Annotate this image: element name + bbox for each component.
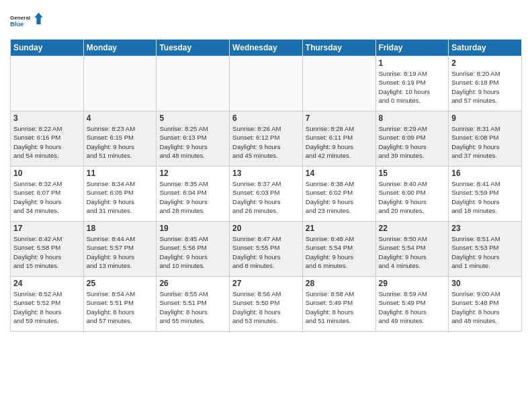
- calendar-cell: 9Sunrise: 8:31 AM Sunset: 6:08 PM Daylig…: [449, 111, 522, 167]
- day-number: 2: [451, 58, 519, 68]
- day-info: Sunrise: 8:28 AM Sunset: 6:11 PM Dayligh…: [306, 124, 373, 160]
- weekday-header: Sunday: [11, 40, 84, 56]
- day-info: Sunrise: 8:48 AM Sunset: 5:54 PM Dayligh…: [306, 234, 373, 270]
- day-info: Sunrise: 8:35 AM Sunset: 6:04 PM Dayligh…: [159, 179, 226, 215]
- day-info: Sunrise: 8:45 AM Sunset: 5:56 PM Dayligh…: [159, 234, 226, 270]
- logo: General Blue: [10, 7, 44, 34]
- day-info: Sunrise: 8:29 AM Sunset: 6:09 PM Dayligh…: [379, 124, 446, 160]
- calendar-cell: 12Sunrise: 8:35 AM Sunset: 6:04 PM Dayli…: [157, 167, 230, 222]
- day-number: 6: [232, 113, 300, 123]
- weekday-header: Friday: [375, 40, 449, 56]
- day-info: Sunrise: 8:26 AM Sunset: 6:12 PM Dayligh…: [232, 124, 300, 160]
- day-info: Sunrise: 8:55 AM Sunset: 5:51 PM Dayligh…: [159, 289, 226, 325]
- calendar-week-row: 3Sunrise: 8:22 AM Sunset: 6:16 PM Daylig…: [11, 111, 522, 167]
- calendar-cell: [302, 56, 375, 111]
- calendar-week-row: 24Sunrise: 8:52 AM Sunset: 5:52 PM Dayli…: [11, 277, 522, 332]
- day-number: 14: [306, 169, 373, 178]
- day-number: 1: [379, 58, 446, 68]
- calendar-week-row: 17Sunrise: 8:42 AM Sunset: 5:58 PM Dayli…: [11, 222, 522, 277]
- day-number: 23: [451, 224, 519, 233]
- calendar-cell: 20Sunrise: 8:47 AM Sunset: 5:55 PM Dayli…: [230, 222, 303, 277]
- svg-marker-2: [34, 13, 43, 25]
- day-info: Sunrise: 8:40 AM Sunset: 6:00 PM Dayligh…: [379, 179, 446, 215]
- day-number: 4: [87, 113, 154, 123]
- day-number: 28: [306, 279, 373, 288]
- calendar-cell: 28Sunrise: 8:58 AM Sunset: 5:49 PM Dayli…: [302, 277, 375, 332]
- day-number: 22: [379, 224, 446, 233]
- day-info: Sunrise: 8:54 AM Sunset: 5:51 PM Dayligh…: [87, 289, 154, 325]
- day-info: Sunrise: 8:31 AM Sunset: 6:08 PM Dayligh…: [451, 124, 519, 160]
- calendar-cell: 27Sunrise: 8:56 AM Sunset: 5:50 PM Dayli…: [230, 277, 303, 332]
- weekday-header: Monday: [83, 40, 157, 56]
- calendar-cell: 29Sunrise: 8:59 AM Sunset: 5:49 PM Dayli…: [375, 277, 449, 332]
- calendar-cell: [230, 56, 303, 111]
- day-number: 24: [13, 279, 81, 288]
- calendar-cell: 2Sunrise: 8:20 AM Sunset: 6:18 PM Daylig…: [449, 56, 522, 111]
- day-info: Sunrise: 8:23 AM Sunset: 6:15 PM Dayligh…: [87, 124, 154, 160]
- day-number: 25: [87, 279, 154, 288]
- calendar-cell: 17Sunrise: 8:42 AM Sunset: 5:58 PM Dayli…: [11, 222, 84, 277]
- calendar-cell: 25Sunrise: 8:54 AM Sunset: 5:51 PM Dayli…: [83, 277, 157, 332]
- calendar-week-row: 10Sunrise: 8:32 AM Sunset: 6:07 PM Dayli…: [11, 167, 522, 222]
- calendar-cell: 11Sunrise: 8:34 AM Sunset: 6:05 PM Dayli…: [83, 167, 157, 222]
- day-info: Sunrise: 8:52 AM Sunset: 5:52 PM Dayligh…: [13, 289, 81, 325]
- calendar-cell: 24Sunrise: 8:52 AM Sunset: 5:52 PM Dayli…: [11, 277, 84, 332]
- calendar-cell: [83, 56, 157, 111]
- day-number: 26: [159, 279, 226, 288]
- calendar-cell: 8Sunrise: 8:29 AM Sunset: 6:09 PM Daylig…: [375, 111, 449, 167]
- day-number: 3: [13, 113, 81, 123]
- weekday-header: Saturday: [449, 40, 522, 56]
- calendar-cell: 10Sunrise: 8:32 AM Sunset: 6:07 PM Dayli…: [11, 167, 84, 222]
- calendar-cell: 30Sunrise: 9:00 AM Sunset: 5:48 PM Dayli…: [449, 277, 522, 332]
- day-info: Sunrise: 8:47 AM Sunset: 5:55 PM Dayligh…: [232, 234, 300, 270]
- day-info: Sunrise: 8:44 AM Sunset: 5:57 PM Dayligh…: [87, 234, 154, 270]
- calendar-cell: 6Sunrise: 8:26 AM Sunset: 6:12 PM Daylig…: [230, 111, 303, 167]
- calendar-cell: 21Sunrise: 8:48 AM Sunset: 5:54 PM Dayli…: [302, 222, 375, 277]
- calendar-cell: 19Sunrise: 8:45 AM Sunset: 5:56 PM Dayli…: [157, 222, 230, 277]
- day-number: 29: [379, 279, 446, 288]
- calendar-cell: 14Sunrise: 8:38 AM Sunset: 6:02 PM Dayli…: [302, 167, 375, 222]
- weekday-header: Thursday: [302, 40, 375, 56]
- day-info: Sunrise: 8:56 AM Sunset: 5:50 PM Dayligh…: [232, 289, 300, 325]
- logo-svg: General Blue: [10, 7, 44, 34]
- calendar-cell: 3Sunrise: 8:22 AM Sunset: 6:16 PM Daylig…: [11, 111, 84, 167]
- page-container: General Blue SundayMondayTuesdayWednesda…: [0, 0, 532, 338]
- day-number: 19: [159, 224, 226, 233]
- day-info: Sunrise: 8:22 AM Sunset: 6:16 PM Dayligh…: [13, 124, 81, 160]
- weekday-header: Wednesday: [230, 40, 303, 56]
- day-number: 21: [306, 224, 373, 233]
- day-number: 17: [13, 224, 81, 233]
- day-info: Sunrise: 8:25 AM Sunset: 6:13 PM Dayligh…: [159, 124, 226, 160]
- day-number: 7: [306, 113, 373, 123]
- day-number: 30: [451, 279, 519, 288]
- day-number: 12: [159, 169, 226, 178]
- calendar-cell: 4Sunrise: 8:23 AM Sunset: 6:15 PM Daylig…: [83, 111, 157, 167]
- day-info: Sunrise: 9:00 AM Sunset: 5:48 PM Dayligh…: [451, 289, 519, 325]
- calendar-cell: 1Sunrise: 8:19 AM Sunset: 6:19 PM Daylig…: [375, 56, 449, 111]
- day-info: Sunrise: 8:50 AM Sunset: 5:54 PM Dayligh…: [379, 234, 446, 270]
- day-info: Sunrise: 8:19 AM Sunset: 6:19 PM Dayligh…: [379, 69, 446, 105]
- day-number: 16: [451, 169, 519, 178]
- day-info: Sunrise: 8:20 AM Sunset: 6:18 PM Dayligh…: [451, 69, 519, 105]
- day-number: 8: [379, 113, 446, 123]
- day-number: 5: [159, 113, 226, 123]
- weekday-header: Tuesday: [157, 40, 230, 56]
- calendar-cell: 22Sunrise: 8:50 AM Sunset: 5:54 PM Dayli…: [375, 222, 449, 277]
- day-number: 18: [87, 224, 154, 233]
- day-number: 10: [13, 169, 81, 178]
- calendar-cell: 26Sunrise: 8:55 AM Sunset: 5:51 PM Dayli…: [157, 277, 230, 332]
- svg-text:Blue: Blue: [10, 21, 24, 28]
- day-info: Sunrise: 8:58 AM Sunset: 5:49 PM Dayligh…: [306, 289, 373, 325]
- day-number: 11: [87, 169, 154, 178]
- day-info: Sunrise: 8:51 AM Sunset: 5:53 PM Dayligh…: [451, 234, 519, 270]
- calendar-cell: 7Sunrise: 8:28 AM Sunset: 6:11 PM Daylig…: [302, 111, 375, 167]
- svg-text:General: General: [10, 15, 30, 21]
- day-number: 20: [232, 224, 300, 233]
- calendar-cell: 18Sunrise: 8:44 AM Sunset: 5:57 PM Dayli…: [83, 222, 157, 277]
- calendar-week-row: 1Sunrise: 8:19 AM Sunset: 6:19 PM Daylig…: [11, 56, 522, 111]
- day-number: 9: [451, 113, 519, 123]
- header: General Blue: [10, 7, 522, 34]
- day-info: Sunrise: 8:38 AM Sunset: 6:02 PM Dayligh…: [306, 179, 373, 215]
- day-number: 13: [232, 169, 300, 178]
- day-info: Sunrise: 8:32 AM Sunset: 6:07 PM Dayligh…: [13, 179, 81, 215]
